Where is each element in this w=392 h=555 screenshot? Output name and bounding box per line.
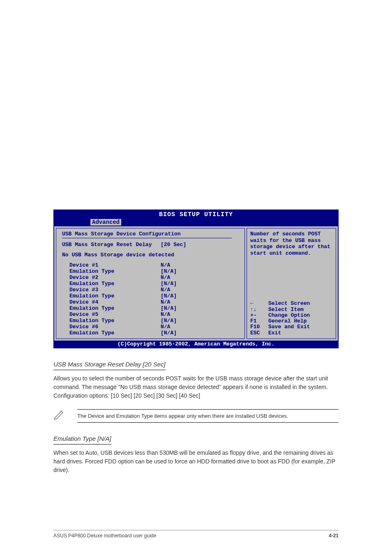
pencil-note-icon [53, 408, 65, 422]
nav-legend: ←Select Screen ↑↓Select Item +-Change Op… [250, 301, 332, 336]
note-rule [77, 409, 339, 410]
note-block: The Device and Emulation Type items appe… [53, 408, 339, 425]
nav-key: ↑↓ [250, 307, 268, 313]
emulation-row[interactable]: Emulation Type[N/A] [69, 293, 239, 299]
nav-action: General Help [268, 318, 307, 324]
reset-delay-label: USB Mass Storage Reset Delay [62, 242, 161, 248]
emulation-row[interactable]: Emulation Type[N/A] [69, 318, 239, 324]
doc-paragraph-1: Allows you to select the number of secon… [53, 374, 339, 400]
section-title: USB Mass Storage Device Configuration [62, 231, 239, 237]
reset-delay-value: [20 Sec] [161, 242, 186, 248]
bios-tab-row: Advanced [54, 219, 338, 226]
section-divider [62, 238, 232, 238]
note-rule [77, 422, 339, 423]
footer-left: ASUS P4P800 Deluxe motherboard user guid… [53, 533, 156, 539]
doc-heading-1: USB Mass Storage Reset Delay [20 Sec] [53, 360, 166, 370]
help-text: Number of seconds POST waits for the USB… [250, 231, 332, 256]
nav-key: F10 [250, 324, 268, 330]
tab-advanced[interactable]: Advanced [90, 219, 121, 226]
nav-action: Select Screen [268, 301, 310, 306]
nav-action: Select Item [268, 307, 304, 313]
no-device-msg: No USB Mass Storage device detected [62, 252, 239, 258]
device-row: Device #6N/A [69, 324, 239, 330]
device-row: Device #2N/A [69, 274, 239, 281]
note-text: The Device and Emulation Type items appe… [77, 411, 339, 421]
nav-key: ← [250, 301, 268, 306]
emulation-row[interactable]: Emulation Type[N/A] [69, 330, 239, 336]
nav-key: +- [250, 313, 268, 318]
bios-copyright: (C)Copyright 1985-2002, American Megatre… [54, 341, 338, 348]
device-row: Device #3N/A [69, 287, 239, 293]
emulation-row[interactable]: Emulation Type[N/A] [69, 305, 239, 311]
bios-left-pane: USB Mass Storage Device Configuration US… [56, 228, 245, 339]
nav-action: Change Option [268, 313, 310, 318]
device-row: Device #5N/A [69, 311, 239, 318]
footer-right: 4-21 [329, 533, 339, 539]
page-footer: ASUS P4P800 Deluxe motherboard user guid… [53, 530, 339, 539]
reset-delay-row[interactable]: USB Mass Storage Reset Delay [20 Sec] [62, 242, 239, 248]
device-row: Device #1N/A [69, 262, 239, 268]
bios-help-pane: Number of seconds POST waits for the USB… [247, 228, 336, 339]
nav-key: ESC [250, 330, 268, 336]
device-row: Device #4N/A [69, 299, 239, 305]
emulation-row[interactable]: Emulation Type[N/A] [69, 281, 239, 287]
nav-action: Exit [268, 330, 281, 336]
bios-screenshot: BIOS SETUP UTILITY Advanced USB Mass Sto… [53, 210, 339, 348]
bios-title: BIOS SETUP UTILITY [54, 210, 338, 219]
doc-paragraph-2: When set to Auto, USB devices less than … [53, 449, 339, 474]
nav-key: F1 [250, 318, 268, 324]
doc-heading-2: Emulation Type [N/A] [53, 434, 111, 444]
nav-action: Save and Exit [268, 324, 310, 330]
emulation-row[interactable]: Emulation Type[N/A] [69, 268, 239, 274]
